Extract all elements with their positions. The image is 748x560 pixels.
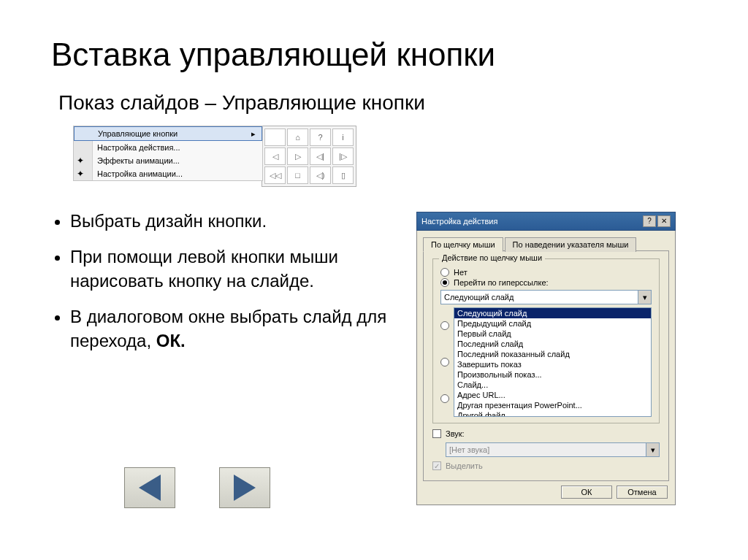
list-item: В диалоговом окне выбрать слайд для пере… (70, 304, 402, 353)
tab-pane: Действие по щелчку мыши Нет Перейти по г… (423, 250, 669, 481)
palette-button[interactable]: □ (287, 166, 308, 184)
palette-button[interactable] (264, 129, 286, 146)
list-option[interactable]: Слайд... (454, 380, 651, 390)
chevron-down-icon: ▾ (638, 291, 651, 304)
highlight-checkbox-row: ✓ Выделить (432, 461, 660, 470)
submenu-arrow-icon: ▸ (251, 129, 256, 139)
sound-checkbox-row[interactable]: Звук: (432, 429, 660, 438)
next-slide-button[interactable] (219, 467, 270, 508)
triangle-right-icon (234, 475, 256, 501)
palette-button[interactable]: ◁) (310, 166, 331, 184)
radio-none-row[interactable]: Нет (440, 268, 652, 277)
palette-button[interactable]: ◁◁ (264, 166, 286, 184)
radio-icon[interactable] (440, 321, 449, 330)
palette-button[interactable]: ▷ (287, 147, 308, 165)
menu-item-animation-effects[interactable]: ✦ Эффекты анимации... (74, 154, 262, 167)
menu-item-action-settings[interactable]: Настройка действия... (74, 141, 262, 154)
combo-value: [Нет звука] (449, 445, 489, 454)
hyperlink-combo[interactable]: Следующий слайд ▾ (440, 290, 652, 304)
menu-item-action-buttons[interactable]: Управляющие кнопки ▸ (74, 126, 262, 141)
list-option[interactable]: Адрес URL... (454, 390, 651, 400)
help-button[interactable]: ? (643, 215, 656, 227)
list-option[interactable]: Предыдущий слайд (454, 318, 651, 329)
palette-button[interactable]: ◁| (310, 147, 331, 165)
radio-label: Нет (454, 268, 468, 277)
checkbox-icon: ✓ (432, 461, 441, 470)
star-icon: ✦ (77, 156, 88, 167)
radio-icon[interactable] (440, 394, 449, 403)
action-groupbox: Действие по щелчку мыши Нет Перейти по г… (432, 258, 660, 423)
list-option[interactable]: Следующий слайд (454, 308, 651, 318)
list-option[interactable]: Другая презентация PowerPoint... (454, 400, 651, 410)
list-option[interactable]: Произвольный показ... (454, 369, 651, 380)
dialog-button-row: ОК Отмена (423, 481, 669, 499)
sound-label: Звук: (446, 429, 465, 438)
menu-preview-row: Управляющие кнопки ▸ Настройка действия.… (51, 126, 697, 187)
tab-click[interactable]: По щелчку мыши (423, 237, 503, 252)
dialog-title: Настройка действия (421, 217, 497, 226)
menu-item-label: Настройка действия... (97, 143, 180, 152)
highlight-label: Выделить (446, 461, 483, 470)
combo-value: Следующий слайд (444, 293, 514, 302)
checkbox-icon (432, 429, 441, 438)
tab-strip: По щелчку мыши По наведении указателя мы… (423, 237, 669, 251)
palette-button[interactable]: ⌂ (287, 129, 308, 146)
list-item-bold: ОК. (156, 331, 186, 350)
close-button[interactable]: ✕ (657, 215, 671, 227)
menu-item-label: Управляющие кнопки (98, 129, 178, 138)
list-option[interactable]: Первый слайд (454, 329, 651, 339)
list-item-text: В диалоговом окне выбрать слайд для пере… (70, 307, 386, 351)
list-option[interactable]: Другой файл... (454, 410, 651, 417)
menu-item-label: Настройка анимации... (97, 169, 183, 178)
radio-icon (440, 278, 449, 287)
radio-hyperlink-row[interactable]: Перейти по гиперссылке: (440, 278, 652, 287)
prev-slide-button[interactable] (124, 467, 175, 508)
groupbox-title: Действие по щелчку мыши (439, 253, 545, 262)
page-title: Вставка управляющей кнопки (51, 37, 697, 73)
palette-button[interactable]: ? (310, 129, 331, 146)
radio-label: Перейти по гиперссылке: (454, 278, 549, 287)
chevron-down-icon: ▾ (646, 443, 659, 456)
dialog-body: По щелчку мыши По наведении указателя мы… (416, 231, 676, 505)
placeholder-icon (77, 129, 89, 140)
list-item: При помощи левой кнопки мыши нарисовать … (70, 245, 402, 294)
palette-button[interactable]: i (332, 129, 354, 146)
list-option[interactable]: Последний показанный слайд (454, 349, 651, 359)
subtitle: Показ слайдов – Управляющие кнопки (58, 91, 697, 115)
palette-button[interactable]: |▷ (332, 147, 354, 165)
palette-button[interactable]: ▯ (332, 166, 354, 184)
tab-hover[interactable]: По наведении указателя мыши (505, 237, 637, 252)
triangle-left-icon (139, 475, 161, 501)
action-settings-dialog: Настройка действия ? ✕ По щелчку мыши По… (416, 212, 676, 505)
list-option[interactable]: Завершить показ (454, 359, 651, 369)
radio-icon (440, 268, 449, 277)
radio-icon[interactable] (440, 358, 449, 367)
menu-item-label: Эффекты анимации... (97, 156, 180, 165)
menu-item-animation-settings[interactable]: ✦ Настройка анимации... (74, 167, 262, 180)
context-menu: Управляющие кнопки ▸ Настройка действия.… (73, 126, 263, 181)
list-item: Выбрать дизайн кнопки. (70, 209, 402, 234)
placeholder-icon (77, 142, 88, 154)
nav-buttons (124, 467, 270, 508)
cancel-button[interactable]: Отмена (617, 486, 668, 499)
palette-button[interactable]: ◁ (264, 147, 286, 165)
bullet-list: Выбрать дизайн кнопки. При помощи левой … (51, 209, 402, 353)
star-icon: ✦ (77, 169, 88, 180)
action-button-palette: ⌂ ? i ◁ ▷ ◁| |▷ ◁◁ □ ◁) ▯ (262, 126, 356, 187)
list-option[interactable]: Последний слайд (454, 339, 651, 349)
sound-combo: [Нет звука] ▾ (446, 442, 660, 457)
dialog-titlebar[interactable]: Настройка действия ? ✕ (416, 212, 676, 231)
ok-button[interactable]: ОК (561, 486, 612, 499)
hyperlink-listbox[interactable]: Следующий слайд Предыдущий слайд Первый … (454, 307, 652, 417)
